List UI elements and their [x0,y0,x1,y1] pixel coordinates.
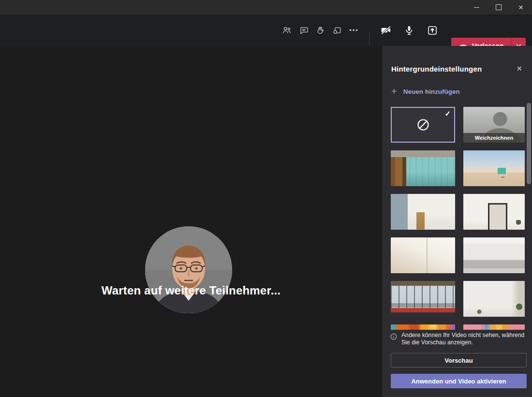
maximize-icon [496,4,502,10]
minimize-icon [474,7,479,8]
add-new-background-button[interactable]: + Neuen hinzufügen [391,87,460,96]
share-screen-icon [427,25,438,36]
toolbar-divider [369,32,369,45]
background-tile-white-room-plants[interactable] [463,281,525,317]
meeting-toolbar: ••• Verlassen [0,15,532,46]
preview-button-label: Vorschau [444,357,473,364]
panel-title: Hintergrundeinstellungen [391,65,482,73]
share-screen-button[interactable] [426,15,439,46]
no-background-icon [416,118,430,132]
background-tile-gradient-abstract-2[interactable] [463,324,525,330]
selected-check-icon: ✓ [444,109,451,118]
microphone-toggle-button[interactable] [403,15,415,46]
background-settings-panel: Hintergrundeinstellungen ✕ + Neuen hinzu… [382,46,532,397]
close-icon: ✕ [518,4,524,11]
camera-off-icon [380,24,392,37]
maximize-button[interactable] [488,0,510,15]
chat-button[interactable] [297,15,310,46]
raise-hand-icon [315,25,325,35]
window-titlebar: ✕ [0,0,532,15]
background-tile-none[interactable]: ✓ [391,107,455,143]
background-tile-white-studio-room[interactable] [463,237,525,273]
minimize-button[interactable] [465,0,488,15]
background-tile-minimal-cream-room[interactable] [391,237,455,273]
close-button[interactable]: ✕ [510,0,532,15]
apply-and-activate-video-button[interactable]: Anwenden und Video aktivieren [391,374,527,388]
rooms-icon [332,26,342,35]
preview-info-text: Andere können Ihr Video nicht sehen, wäh… [401,332,526,346]
blur-tile-label: Weichzeichnen [463,133,525,143]
meeting-stage: Warten auf weitere Teilnehmer... [0,46,382,397]
background-tile-loft-office[interactable] [391,281,455,317]
add-new-label: Neuen hinzufügen [403,88,460,95]
background-tile-bright-room-window[interactable] [391,194,455,230]
background-tile-office-lockers[interactable] [391,150,455,186]
waiting-message: Warten auf weitere Teilnehmer... [0,284,382,297]
more-options-button[interactable]: ••• [348,15,360,46]
info-icon [390,333,397,340]
plus-icon: + [391,87,397,96]
background-tile-beach[interactable] [463,150,525,186]
apply-button-label: Anwenden und Video aktivieren [411,378,506,385]
close-icon: ✕ [516,64,522,73]
background-tile-room-doorway[interactable] [463,194,525,230]
camera-toggle-button[interactable] [380,15,392,46]
raise-hand-button[interactable] [314,15,326,46]
microphone-icon [403,25,415,36]
panel-scrollbar[interactable] [527,103,531,184]
more-options-icon: ••• [349,27,359,34]
rooms-button[interactable] [331,15,343,46]
avatar-photo [145,226,232,313]
background-tile-gradient-abstract-1[interactable] [391,324,455,330]
background-tile-blur[interactable]: Weichzeichnen [463,107,525,143]
panel-close-button[interactable]: ✕ [516,64,522,73]
preview-button[interactable]: Vorschau [391,353,527,368]
participants-button[interactable] [281,15,293,46]
participant-avatar [145,226,232,313]
chat-icon [299,25,309,35]
background-tiles-grid: ✓ Weichzeichnen [391,107,525,330]
preview-info: Andere können Ihr Video nicht sehen, wäh… [390,332,526,346]
participants-icon [281,25,292,36]
